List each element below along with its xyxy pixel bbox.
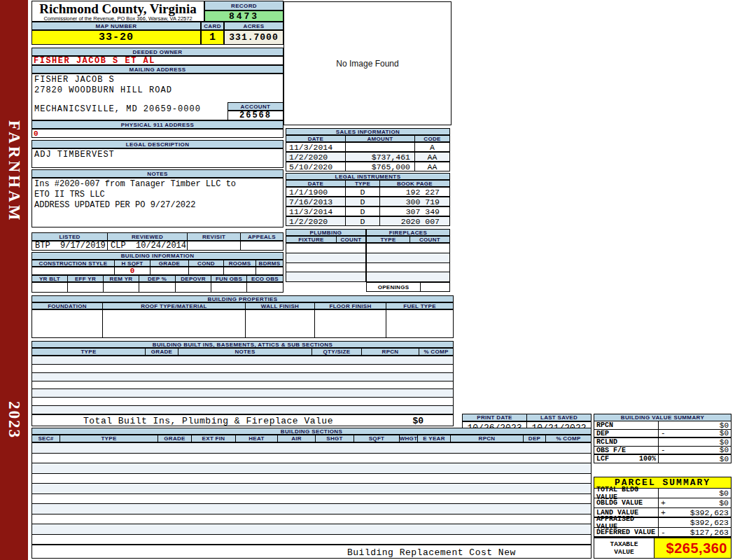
built-ins-total-label: Total Built Ins, Plumbing & Fireplace Va… [83, 416, 333, 426]
commissioner-line: Commissioner of the Revenue, PO Box 366,… [32, 16, 204, 22]
fireplace-openings-row: OPENINGS [366, 282, 450, 292]
review-values: BTP 9/17/2019 CLP 10/24/2014 [31, 241, 284, 251]
sales-title: SALES INFORMATION [286, 128, 450, 135]
legal-description-value: ADJ TIMBERVEST [32, 149, 283, 160]
mailing-line-2: 27820 WOODBURN HILL ROAD [34, 85, 172, 95]
built-ins-total-row: Total Built Ins, Plumbing & Fireplace Va… [31, 414, 454, 426]
instruments-headers: DATE TYPE BOOK PAGE [286, 180, 450, 187]
building-properties-title: BUILDING PROPERTIES [31, 295, 454, 302]
replacement-cost-label: Building Replacement Cost New [347, 547, 516, 558]
review-headers: LISTED REVIEWED REVISIT APPEALS [31, 232, 284, 241]
built-ins-empty-rows [31, 356, 454, 414]
parcel-row: OBLDG VALUE +$0 [594, 498, 732, 508]
sales-headers: DATE AMOUNT CODE [286, 135, 450, 142]
taxable-value-row: TAXABLE VALUE $265,360 [594, 538, 732, 559]
instruments-title: LEGAL INSTRUMENTS [286, 173, 450, 180]
mailing-address-label: MAILING ADDRESS [31, 65, 284, 74]
instrument-row: 11/3/2014 D 307 349 [286, 206, 450, 216]
no-image-text: No Image Found [336, 59, 398, 69]
notes-line-1: Ins #2020-007 from Tanager Timber LLC to [34, 179, 281, 190]
physical-911-label: PHYSICAL 911 ADDRESS [31, 120, 284, 129]
fireplaces-title: FIREPLACES [366, 229, 450, 236]
mailing-line-1: FISHER JACOB S [34, 75, 115, 85]
bvs-row: DEP -$0 [594, 430, 732, 438]
map-number-value: 33-20 [31, 30, 201, 45]
photo-placeholder: No Image Found [284, 1, 451, 125]
building-sections-empty-rows [31, 442, 592, 545]
built-ins-total-value: $0 [412, 416, 424, 426]
building-sections-headers: SEC# TYPE GRADE EXT FIN HEAT AIR SHGT SQ… [31, 435, 592, 442]
acres-label: ACRES [224, 22, 284, 30]
building-info-values-1: 0 [31, 267, 284, 275]
building-value-summary: RPCN $0 DEP -$0 RCLND $0 OBS F/E -$0 LCF… [594, 421, 732, 463]
building-info-values-2 [31, 282, 284, 293]
record-value: 8473 [204, 10, 284, 22]
parcel-row: APPRAISED VALUE $392,623 [594, 518, 732, 528]
physical-911-value: 0 [31, 129, 284, 138]
mailing-line-3: MECHANICSVILLE, MD 20659-0000 [34, 104, 201, 114]
plumbing-headers: FIXTURE COUNT [286, 236, 366, 243]
sales-row: 5/10/2020 $765,000 AA [286, 162, 450, 172]
bvs-row: LCF100% $0 [594, 455, 732, 463]
bvs-row: OBS F/E -$0 [594, 447, 732, 455]
taxable-value-amount: $265,360 [654, 538, 731, 558]
county-header: Richmond County, Virginia Commissioner o… [31, 1, 204, 22]
instrument-row: 1/2/2020 D 2020 007 [286, 216, 450, 226]
sales-row: 11/3/2014 A [286, 142, 450, 152]
print-info-headers: PRINT DATE LAST SAVED [462, 414, 592, 421]
building-info-headers-1: CONSTRUCTION STYLE H SQFT GRADE COND ROO… [31, 260, 284, 267]
instrument-row: 1/1/1900 D 192 227 [286, 187, 450, 197]
acres-value: 331.7000 [224, 30, 284, 45]
plumbing-title: PLUMBING [286, 229, 366, 236]
parcel-row: TOTAL BLDG VALUE $0 [594, 489, 732, 498]
card-value: 1 [201, 30, 224, 45]
sales-row: 1/2/2020 $737,461 AA [286, 152, 450, 162]
taxable-value-label: TAXABLE VALUE [594, 538, 654, 558]
card-label: CARD [201, 22, 224, 30]
openings-label: OPENINGS [367, 283, 421, 291]
building-properties-headers: FOUNDATION ROOF TYPE/MATERIAL WALL FINIS… [31, 302, 454, 309]
h-sqft-value: 0 [115, 267, 150, 274]
building-properties-values [31, 309, 454, 338]
map-number-label: MAP NUMBER [31, 22, 201, 30]
notes-line-3: ADDRESS UPDATED PER PO 9/27/2022 [34, 200, 281, 211]
instrument-row: 7/16/2013 D 300 719 [286, 197, 450, 206]
built-ins-headers: TYPE GRADE NOTES QTY/SIZE RPCN % COMP [31, 348, 454, 356]
building-info-headers-2: YR BLT EFF YR REM YR DEP % DEPOVR FUN OB… [31, 275, 284, 282]
account-label: ACCOUNT [227, 102, 284, 111]
account-value: 26568 [227, 111, 284, 120]
notes-line-2: ETO II TRS LLC [34, 190, 281, 200]
fireplaces-headers: TYPE COUNT [366, 236, 450, 243]
record-label: RECORD [204, 1, 284, 10]
parcel-row: DEFERRED VALUE -$127,263 [594, 528, 732, 538]
legal-description-box: ADJ TIMBERVEST [31, 148, 284, 168]
building-sections-footer-row: Building Replacement Cost New [31, 545, 592, 559]
fireplaces-empty-rows [366, 243, 450, 282]
deeded-owner-label: DEEDED OWNER [31, 48, 284, 56]
notes-label: NOTES [31, 169, 284, 178]
deeded-owner-value: FISHER JACOB S ET AL [31, 56, 284, 65]
building-info-title: BUILDING INFORMATION [31, 252, 284, 260]
tax-year-label: 2023 [5, 401, 23, 439]
parcel-summary: TOTAL BLDG VALUE $0 OBLDG VALUE +$0 LAND… [594, 489, 732, 538]
building-value-summary-title: BUILDING VALUE SUMMARY [594, 414, 732, 421]
building-sections-title: BUILDING SECTIONS [31, 428, 592, 435]
spine: FARNHAM 2023 [0, 0, 28, 560]
legal-description-label: LEGAL DESCRIPTION [31, 140, 284, 148]
notes-box: Ins #2020-007 from Tanager Timber LLC to… [31, 178, 284, 227]
county-title: Richmond County, Virginia [32, 1, 204, 16]
plumbing-empty-rows [286, 243, 366, 282]
district-label: FARNHAM [5, 120, 23, 223]
built-ins-title: BUILDING BUILT INS, BASEMENTS, ATTICS & … [31, 341, 454, 348]
